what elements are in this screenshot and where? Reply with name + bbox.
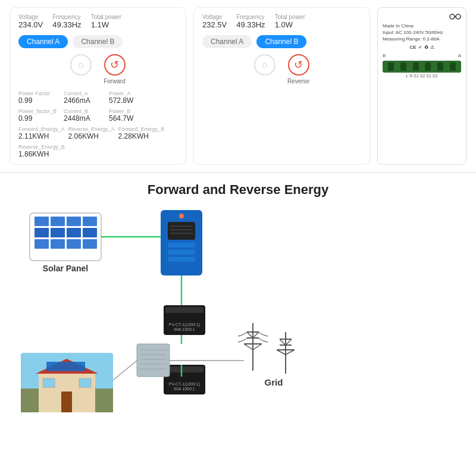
- pin-4: [425, 62, 431, 71]
- pfb-stat: Power_factor_B 0.99: [18, 108, 60, 123]
- rev-energy-b-label: Reverse_Energy_B: [18, 144, 65, 150]
- fwd-energy-b-stat: Forward_Energy_B 2.28KWH: [118, 126, 165, 140]
- pin-3: [413, 62, 419, 71]
- rev-energy-b-value: 1.86KWH: [18, 150, 65, 158]
- rev-energy-a-label: Reverse_Energy_A: [68, 126, 115, 132]
- frequency-label-1: Frequency: [52, 14, 81, 20]
- solar-cell: [51, 239, 65, 249]
- power-b-value: 564.7W: [109, 114, 151, 123]
- solar-cell: [83, 217, 97, 226]
- total-power-value-2: 1.0W: [275, 20, 305, 29]
- roof-solar-panels: [46, 362, 85, 371]
- reverse-indicator-2: ↺ Reverse: [287, 54, 309, 84]
- current-a-stat: Current_A 2466mA: [64, 90, 105, 105]
- current-a-label: Current_A: [64, 90, 105, 96]
- ct-text-4: 80A 1000:1: [174, 387, 195, 391]
- frequency-stat-2: Frequency 49.33Hz: [236, 14, 265, 29]
- channel-buttons-1: Channel A Channel B: [18, 35, 177, 48]
- fwd-energy-a-value: 2.11KWH: [18, 132, 65, 140]
- grid-tower-1: [238, 323, 268, 371]
- direction-indicators-2: ○ ↺ Reverse: [202, 54, 361, 84]
- pf-label: Power Factor: [18, 90, 60, 96]
- main-container: Voltage 234.0V Frequency 49.33Hz Total p…: [0, 0, 476, 476]
- ct-label-1: [165, 307, 203, 313]
- forward-indicator-1: ○: [70, 54, 92, 84]
- power-b-stat: Power_B 564.7W: [109, 108, 151, 123]
- pf-value: 0.99: [18, 96, 60, 105]
- svg-line-9: [244, 344, 253, 350]
- pin-1: [388, 62, 394, 71]
- panel-stats-2: Voltage 232.5V Frequency 49.33Hz Total p…: [202, 14, 361, 29]
- voltage-stat-1: Voltage 234.0V: [18, 14, 43, 29]
- device-input: Input: AC 100-240V 50/60Hz: [383, 29, 461, 36]
- device-icons-row: CE ✓ ♻ ⚠: [409, 45, 434, 50]
- channel-b-button-1[interactable]: Channel B: [73, 35, 123, 48]
- solar-cell: [83, 239, 97, 249]
- reverse-circle-2: ↺: [288, 54, 309, 76]
- panel-stats-1: Voltage 234.0V Frequency 49.33Hz Total p…: [18, 14, 177, 29]
- solar-cell: [67, 239, 81, 249]
- line-house-junction: [110, 361, 137, 383]
- voltage-stat-2: Voltage 232.5V: [202, 14, 227, 29]
- power-a-label: Power_A: [109, 90, 151, 96]
- house-door: [61, 392, 72, 412]
- reverse-indicator-1: ↺ Forward: [104, 54, 126, 84]
- device-measuring: Measuring Range: 0.2-80A: [383, 36, 461, 42]
- warning-icon: ⚠: [430, 45, 434, 50]
- channel-a-button-2[interactable]: Channel A: [202, 35, 252, 48]
- device-connector: [383, 61, 461, 73]
- fwd-energy-a-label: Forward_Energy_A: [18, 126, 65, 132]
- frequency-value-2: 49.33Hz: [236, 20, 265, 29]
- fwd-energy-a-stat: Forward_Energy_A 2.11KWH: [18, 126, 65, 140]
- frequency-label-2: Frequency: [236, 14, 265, 20]
- voltage-label-2: Voltage: [202, 14, 227, 20]
- svg-point-0: [450, 14, 455, 19]
- channel-a-button-1[interactable]: Channel A: [18, 35, 68, 48]
- pf-stat: Power Factor 0.99: [18, 90, 60, 105]
- direction-indicators-1: ○ ↺ Forward: [18, 54, 177, 84]
- device-info: Made In China Input: AC 100-240V 50/60Hz…: [383, 23, 461, 43]
- solar-cell: [35, 239, 49, 249]
- solar-cell: [35, 228, 49, 237]
- top-section: Voltage 234.0V Frequency 49.33Hz Total p…: [0, 0, 476, 173]
- solar-cell: [67, 217, 81, 226]
- inverter-screen: [168, 222, 195, 240]
- device-made-in: Made In China: [383, 23, 461, 29]
- ct-label-2: [165, 367, 203, 372]
- panel-card-2: Voltage 232.5V Frequency 49.33Hz Total p…: [193, 7, 370, 165]
- svg-line-15: [286, 339, 292, 345]
- rev-energy-a-value: 2.06KWH: [68, 132, 115, 140]
- voltage-value-2: 232.5V: [202, 20, 227, 29]
- fwd-energy-b-label: Forward_Energy_B: [118, 126, 165, 132]
- device-card: Made In China Input: AC 100-240V 50/60Hz…: [377, 7, 466, 165]
- forward-indicator-2: ○: [254, 54, 275, 84]
- forward-circle-1: ○: [70, 54, 92, 76]
- diagram-title: Forward and Reverse Energy: [148, 182, 328, 198]
- total-power-value-1: 1.1W: [91, 20, 121, 29]
- check-icon: ✓: [418, 45, 422, 50]
- svg-line-7: [253, 332, 259, 338]
- solar-panel-label: Solar Panel: [43, 264, 88, 273]
- current-b-stat: Current_B 2448mA: [64, 108, 105, 123]
- device-ports-bottom: L N S1 S2 S1 S2: [406, 74, 438, 78]
- svg-point-1: [456, 14, 461, 19]
- current-b-label: Current_B: [64, 108, 105, 114]
- house-window-left: [43, 378, 55, 387]
- total-power-stat-1: Total power 1.1W: [91, 14, 121, 29]
- solar-cell: [51, 217, 65, 226]
- reverse-circle-1: ↺: [104, 54, 126, 76]
- panel-card-1: Voltage 234.0V Frequency 49.33Hz Total p…: [10, 7, 186, 165]
- lower-stats-1: Power Factor 0.99 Current_A 2466mA Power…: [18, 90, 177, 123]
- forward-circle-2: ○: [254, 54, 275, 76]
- ce-icon: CE: [409, 45, 416, 50]
- svg-line-14: [280, 339, 286, 345]
- indicator-dot: [179, 214, 184, 218]
- channel-b-button-2[interactable]: Channel B: [256, 35, 306, 48]
- voltage-label-1: Voltage: [18, 14, 43, 20]
- svg-line-6: [247, 332, 253, 338]
- cable-icon: [449, 12, 461, 21]
- inverter-detail: [168, 250, 195, 255]
- grid-label: Grid: [265, 377, 283, 387]
- frequency-value-1: 49.33Hz: [52, 20, 81, 29]
- svg-line-10: [253, 344, 262, 350]
